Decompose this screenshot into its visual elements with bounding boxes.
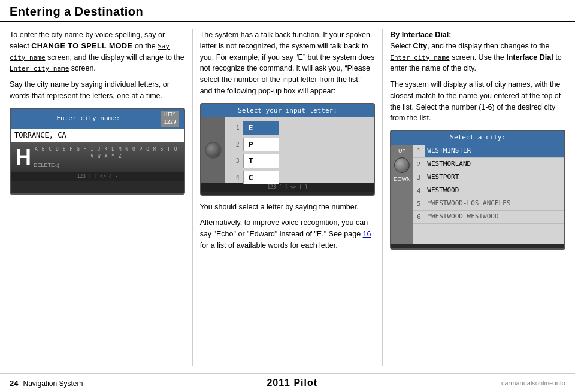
letter-num: 1 bbox=[230, 123, 240, 132]
col2-para3: Alternatively, to improve voice recognit… bbox=[200, 217, 376, 251]
letter-box: T bbox=[243, 154, 279, 168]
screen2-knob bbox=[201, 117, 225, 183]
city-num: 2 bbox=[413, 160, 425, 169]
city-name: WESTWOOD bbox=[425, 184, 564, 197]
hits-box: HITS 1229 bbox=[161, 111, 179, 127]
footer-page-num: 24 bbox=[10, 379, 18, 388]
col1-para2: Say the city name by saying individual l… bbox=[10, 79, 185, 102]
letter-box: P bbox=[243, 138, 279, 152]
footer-left: 24 Navigation System bbox=[10, 379, 83, 388]
col2-para2: You should select a letter by saying the… bbox=[200, 202, 376, 213]
letter-num: 2 bbox=[230, 140, 240, 149]
screen3: Select a city: UP DOWN 1 WESTMINSTER 2 W… bbox=[390, 130, 565, 250]
city-row: 1 WESTMINSTER bbox=[413, 145, 564, 158]
letter-num: 4 bbox=[230, 173, 240, 182]
city-name: *WESTWOOD-LOS ANGELES bbox=[425, 197, 564, 210]
letter-row: 2 P bbox=[230, 138, 370, 152]
letter-row: 3 T bbox=[230, 154, 370, 168]
city-num: 3 bbox=[413, 173, 425, 182]
city-row: 5 *WESTWOOD-LOS ANGELES bbox=[413, 197, 564, 211]
page-title: Entering a Destination bbox=[10, 5, 143, 19]
footer-model: 2011 Pilot bbox=[267, 378, 317, 388]
hits-label: HITS bbox=[164, 111, 177, 118]
letter-row: 1 E bbox=[230, 121, 370, 135]
city-name: WESTMORLAND bbox=[425, 158, 564, 171]
screen1: Enter city name: HITS 1229 TORRANCE, CA_… bbox=[10, 108, 185, 195]
screen1-delete: DELETE◁ bbox=[34, 162, 179, 170]
city-name: *WESTWOOD-WESTWOOD bbox=[425, 211, 564, 223]
col3-enter-city: Enter city name bbox=[390, 54, 449, 62]
city-num: 5 bbox=[413, 199, 425, 208]
screen2-letters: 1 E 2 P 3 T 4 C bbox=[225, 117, 374, 183]
screen3-controls: UP DOWN bbox=[391, 145, 413, 244]
screen1-keyboard: H A B C D E F G H I J K L M N O P Q R S … bbox=[11, 142, 184, 172]
city-row: 3 WESTPORT bbox=[413, 171, 564, 184]
footer-nav-system: Navigation System bbox=[23, 379, 83, 388]
city-num: 4 bbox=[413, 186, 425, 195]
screen2-header: Select your input letter: bbox=[201, 104, 374, 118]
col1-change-to-spell: Change to Spell Mode bbox=[31, 42, 132, 50]
column-1: To enter the city name by voice spelling… bbox=[10, 29, 193, 366]
letter-row: 4 C bbox=[230, 171, 370, 185]
screen1-input: TORRANCE, CA_ bbox=[11, 129, 184, 142]
col3-para2: The system will display a list of city n… bbox=[390, 79, 565, 124]
screen1-bottom: 123 [ ] <> { } bbox=[11, 172, 184, 181]
page-container: Entering a Destination To enter the city… bbox=[0, 0, 575, 392]
letter-box: E bbox=[243, 121, 279, 135]
col1-enter-city: Enter city name bbox=[10, 65, 69, 72]
city-num: 1 bbox=[413, 147, 425, 156]
column-3: By Interface Dial: Select City, and the … bbox=[383, 29, 565, 366]
footer-right: carmanualsonline.info bbox=[501, 379, 565, 387]
city-row: 6 *WESTWOOD-WESTWOOD bbox=[413, 211, 564, 224]
screen2-knob-circle bbox=[205, 142, 222, 159]
screen2-body: 1 E 2 P 3 T 4 C bbox=[201, 117, 374, 183]
screen2: Select your input letter: 1 E 2 P 3 T 4 … bbox=[200, 103, 376, 196]
col2-page-link[interactable]: 16 bbox=[363, 230, 371, 238]
city-num: 6 bbox=[413, 212, 425, 221]
col3-city-bold: City bbox=[413, 42, 428, 50]
content-area: To enter the city name by voice spelling… bbox=[0, 22, 575, 373]
column-2: The system has a talk back function. If … bbox=[193, 29, 383, 366]
screen1-alpha: A B C D E F G H I J K L M N O P Q R S T … bbox=[34, 146, 179, 160]
col1-para1: To enter the city name by voice spelling… bbox=[10, 29, 185, 74]
city-name: WESTMINSTER bbox=[425, 145, 564, 157]
col2-para1: The system has a talk back function. If … bbox=[200, 29, 376, 97]
city-name: WESTPORT bbox=[425, 171, 564, 184]
letter-num: 3 bbox=[230, 156, 240, 165]
page-header: Entering a Destination bbox=[0, 0, 575, 22]
screen2-bottom: 123 [ ] <> { } bbox=[201, 183, 374, 192]
screen3-up: UP bbox=[398, 147, 406, 156]
hits-count: 1229 bbox=[164, 118, 177, 127]
screen1-header: Enter city name: HITS 1229 bbox=[11, 109, 184, 129]
col3-para1: By Interface Dial: Select City, and the … bbox=[390, 29, 565, 74]
col3-header: By Interface Dial: bbox=[390, 31, 451, 39]
col3-interface-dial: Interface Dial bbox=[506, 53, 553, 62]
screen3-down: DOWN bbox=[394, 175, 411, 184]
city-row: 4 WESTWOOD bbox=[413, 184, 564, 197]
screen3-body: UP DOWN 1 WESTMINSTER 2 WESTMORLAND 3 WE… bbox=[391, 145, 564, 244]
letter-box: C bbox=[243, 171, 279, 185]
screen1-title: Enter city name: bbox=[16, 114, 161, 124]
screen3-list: 1 WESTMINSTER 2 WESTMORLAND 3 WESTPORT 4… bbox=[413, 145, 564, 244]
screen1-big-letter: H bbox=[16, 147, 31, 168]
city-row: 2 WESTMORLAND bbox=[413, 158, 564, 171]
screen3-knob bbox=[394, 157, 410, 173]
page-footer: 24 Navigation System 2011 Pilot carmanua… bbox=[0, 373, 575, 392]
screen3-header: Select a city: bbox=[391, 131, 564, 145]
